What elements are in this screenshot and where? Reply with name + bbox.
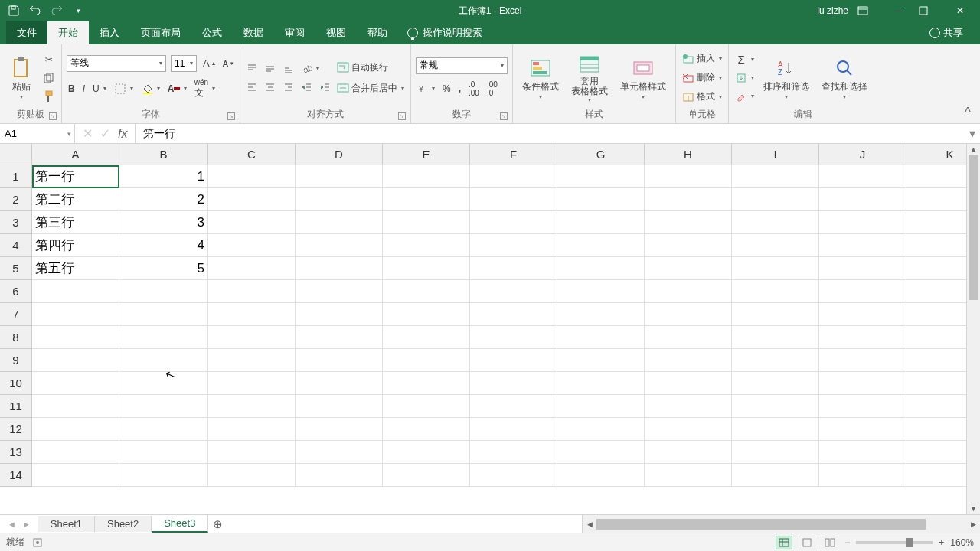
tab-insert[interactable]: 插入 <box>89 21 130 44</box>
svg-rect-4 <box>15 60 27 77</box>
brush-icon <box>43 90 55 103</box>
cut-button[interactable]: ✂ <box>41 52 57 67</box>
svg-text:ab: ab <box>302 64 312 74</box>
italic-button[interactable]: I <box>81 82 87 96</box>
autosum-button[interactable]: Σ <box>733 52 756 67</box>
svg-line-60 <box>847 70 851 75</box>
dialog-launcher-icon[interactable]: ↘ <box>398 112 406 120</box>
tab-file[interactable]: 文件 <box>6 21 47 44</box>
accounting-button[interactable]: ¥ <box>416 82 436 96</box>
align-center-button[interactable] <box>263 80 277 94</box>
border-button[interactable] <box>113 81 135 96</box>
fill-button[interactable] <box>733 70 756 86</box>
wrap-text-button[interactable]: 自动换行 <box>335 60 406 76</box>
group-styles: 条件格式▾ 套用 表格格式▾ 单元格样式▾ 样式 <box>513 44 676 123</box>
increase-decimal-button[interactable]: .0.00 <box>467 79 481 99</box>
dialog-launcher-icon[interactable]: ↘ <box>49 112 57 120</box>
format-icon <box>682 91 694 103</box>
align-middle-button[interactable] <box>263 62 277 76</box>
paint-bucket-icon <box>141 83 153 95</box>
fill-color-button[interactable] <box>139 81 162 96</box>
name-box[interactable]: A1▾ <box>0 124 75 143</box>
eraser-icon <box>735 90 747 103</box>
font-color-icon: A <box>168 83 180 95</box>
svg-rect-8 <box>46 91 52 96</box>
tab-view[interactable]: 视图 <box>315 21 357 44</box>
font-name-combo[interactable]: 等线▾ <box>67 55 166 72</box>
paste-button[interactable]: 粘贴 ▾ <box>5 54 38 102</box>
currency-icon: ¥ <box>417 83 428 94</box>
tab-data[interactable]: 数据 <box>233 21 274 44</box>
phonetic-button[interactable]: wén文 <box>193 77 217 101</box>
ribbon: 粘贴 ▾ ✂ 剪贴板↘ 等线▾ 11▾ A▴ A▾ B I <box>0 44 980 124</box>
tab-home[interactable]: 开始 <box>47 21 89 44</box>
maximize-icon[interactable] <box>919 6 940 15</box>
formula-bar-row: A1▾ ✕ ✓ fx 第一行 ▾ <box>0 124 980 144</box>
align-right-button[interactable] <box>282 80 296 94</box>
tab-pagelayout[interactable]: 页面布局 <box>130 21 191 44</box>
lightbulb-icon <box>407 28 418 38</box>
decrease-decimal-button[interactable]: .00.0 <box>485 79 499 99</box>
sort-filter-button[interactable]: AZ排序和筛选▾ <box>759 54 814 102</box>
dialog-launcher-icon[interactable]: ↘ <box>227 112 235 120</box>
align-bottom-button[interactable] <box>282 62 296 76</box>
cell-styles-button[interactable]: 单元格样式▾ <box>616 54 671 102</box>
user-name[interactable]: lu zizhe <box>817 5 848 16</box>
tell-me-search[interactable]: 操作说明搜索 <box>407 21 482 44</box>
decrease-indent-button[interactable] <box>300 80 314 94</box>
ribbon-display-icon[interactable] <box>858 6 879 15</box>
border-icon <box>114 83 126 95</box>
tab-formulas[interactable]: 公式 <box>191 21 233 44</box>
formula-bar[interactable]: 第一行 <box>136 124 965 143</box>
svg-rect-1 <box>858 7 867 15</box>
align-left-button[interactable] <box>245 80 259 94</box>
decrease-font-button[interactable]: A▾ <box>221 57 235 70</box>
cancel-icon[interactable]: ✕ <box>83 126 93 141</box>
tab-help[interactable]: 帮助 <box>357 21 398 44</box>
enter-icon[interactable]: ✓ <box>100 126 110 141</box>
format-table-button[interactable]: 套用 表格格式▾ <box>567 51 612 105</box>
svg-point-59 <box>838 61 848 72</box>
fx-icon[interactable]: fx <box>118 127 127 141</box>
delete-cells-button[interactable]: 删除 <box>681 70 724 86</box>
minimize-icon[interactable]: — <box>888 5 910 16</box>
align-top-button[interactable] <box>245 62 259 76</box>
save-icon[interactable] <box>8 5 20 17</box>
comma-button[interactable]: , <box>457 82 462 96</box>
font-size-combo[interactable]: 11▾ <box>171 55 197 72</box>
clear-button[interactable] <box>733 89 756 104</box>
insert-cells-button[interactable]: 插入 <box>681 51 724 67</box>
find-select-button[interactable]: 查找和选择▾ <box>817 54 872 102</box>
qat-customize-icon[interactable]: ▾ <box>72 5 84 17</box>
orientation-button[interactable]: ab <box>300 62 321 76</box>
group-editing: Σ AZ排序和筛选▾ 查找和选择▾ 编辑 <box>729 44 877 123</box>
number-format-combo[interactable]: 常规▾ <box>416 57 508 74</box>
scissors-icon: ✂ <box>43 54 55 66</box>
expand-formula-bar-button[interactable]: ▾ <box>965 124 980 143</box>
svg-rect-42 <box>533 67 542 70</box>
group-clipboard: 粘贴 ▾ ✂ 剪贴板↘ <box>0 44 62 123</box>
tab-review[interactable]: 审阅 <box>274 21 315 44</box>
dialog-launcher-icon[interactable]: ↘ <box>500 112 508 120</box>
increase-indent-button[interactable] <box>318 80 332 94</box>
format-cells-button[interactable]: 格式 <box>681 89 724 105</box>
copy-button[interactable] <box>41 70 57 86</box>
group-cells: 插入 删除 格式 单元格 <box>676 44 729 123</box>
share-button[interactable]: 共享 <box>919 21 974 44</box>
format-painter-button[interactable] <box>41 89 57 104</box>
redo-icon[interactable] <box>51 5 63 17</box>
undo-icon[interactable] <box>29 5 41 17</box>
svg-rect-36 <box>338 63 348 72</box>
copy-icon <box>43 72 55 84</box>
collapse-ribbon-button[interactable]: ^ <box>960 105 975 120</box>
underline-button[interactable]: U <box>91 82 108 96</box>
sort-icon: AZ <box>774 56 799 80</box>
conditional-format-button[interactable]: 条件格式▾ <box>518 54 564 102</box>
font-color-button[interactable]: A <box>166 81 188 96</box>
close-icon[interactable]: ✕ <box>949 5 971 16</box>
bold-button[interactable]: B <box>67 82 77 96</box>
increase-font-button[interactable]: A▴ <box>201 56 217 70</box>
merge-center-button[interactable]: 合并后居中 <box>335 80 406 96</box>
percent-button[interactable]: % <box>441 82 452 96</box>
cond-format-icon <box>528 56 553 80</box>
